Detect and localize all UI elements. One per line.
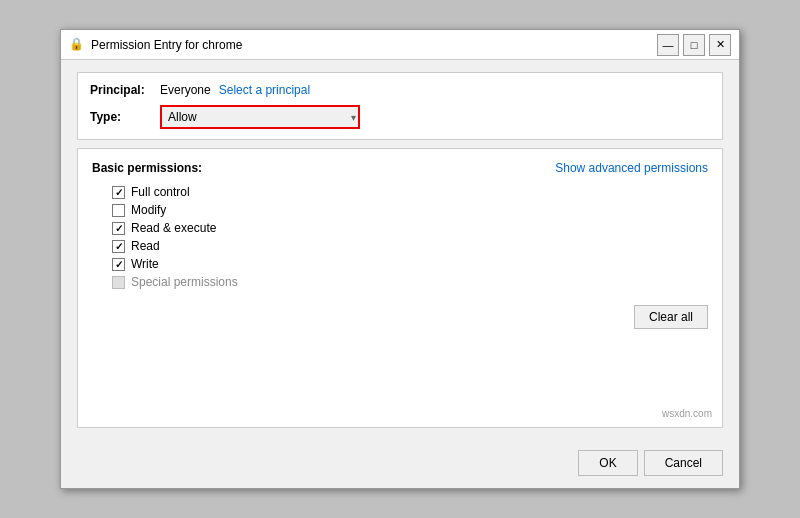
title-bar: 🔒 Permission Entry for chrome — □ ✕ (61, 30, 739, 60)
full-control-checkbox[interactable] (112, 186, 125, 199)
permissions-section: Basic permissions: Show advanced permiss… (77, 148, 723, 428)
clear-all-wrapper: Clear all (92, 305, 708, 329)
modify-label: Modify (131, 203, 166, 217)
minimize-button[interactable]: — (657, 34, 679, 56)
read-execute-label: Read & execute (131, 221, 216, 235)
list-item: Write (112, 257, 708, 271)
footer: OK Cancel (61, 440, 739, 488)
window-icon: 🔒 (69, 37, 85, 53)
list-item: Read (112, 239, 708, 253)
read-execute-checkbox[interactable] (112, 222, 125, 235)
list-item: Special permissions (112, 275, 708, 289)
show-advanced-link[interactable]: Show advanced permissions (555, 161, 708, 175)
write-checkbox[interactable] (112, 258, 125, 271)
permission-entry-window: 🔒 Permission Entry for chrome — □ ✕ Prin… (60, 29, 740, 489)
type-row: Type: Allow Deny ▾ (90, 105, 710, 129)
list-item: Modify (112, 203, 708, 217)
permissions-list: Full control Modify Read & execute Read (92, 185, 708, 289)
permissions-title: Basic permissions: (92, 161, 202, 175)
cancel-button[interactable]: Cancel (644, 450, 723, 476)
type-select-wrapper: Allow Deny ▾ (160, 105, 360, 129)
modify-checkbox[interactable] (112, 204, 125, 217)
clear-all-button[interactable]: Clear all (634, 305, 708, 329)
title-bar-left: 🔒 Permission Entry for chrome (69, 37, 242, 53)
list-item: Read & execute (112, 221, 708, 235)
full-control-label: Full control (131, 185, 190, 199)
window-title: Permission Entry for chrome (91, 38, 242, 52)
principal-row: Principal: Everyone Select a principal (90, 83, 710, 97)
write-label: Write (131, 257, 159, 271)
read-checkbox[interactable] (112, 240, 125, 253)
special-permissions-checkbox (112, 276, 125, 289)
select-principal-link[interactable]: Select a principal (219, 83, 310, 97)
window-body: Principal: Everyone Select a principal T… (61, 60, 739, 440)
type-label: Type: (90, 110, 160, 124)
special-permissions-label: Special permissions (131, 275, 238, 289)
type-select[interactable]: Allow Deny (160, 105, 360, 129)
form-section: Principal: Everyone Select a principal T… (77, 72, 723, 140)
principal-label: Principal: (90, 83, 160, 97)
ok-button[interactable]: OK (578, 450, 637, 476)
close-button[interactable]: ✕ (709, 34, 731, 56)
permissions-header: Basic permissions: Show advanced permiss… (92, 161, 708, 175)
principal-value: Everyone (160, 83, 211, 97)
title-bar-controls: — □ ✕ (657, 34, 731, 56)
maximize-button[interactable]: □ (683, 34, 705, 56)
watermark: wsxdn.com (662, 408, 712, 419)
read-label: Read (131, 239, 160, 253)
list-item: Full control (112, 185, 708, 199)
